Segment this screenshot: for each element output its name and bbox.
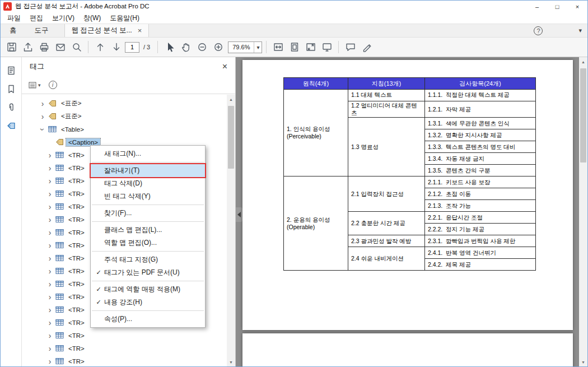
chevron-icon[interactable]: [46, 241, 54, 249]
nav-tags-button[interactable]: [5, 120, 17, 132]
hand-tool-button[interactable]: [178, 39, 193, 55]
context-menu-item[interactable]: 태그 삭제(D): [91, 177, 205, 190]
context-menu-item[interactable]: 태그가 있는 PDF 문서(U): [91, 266, 205, 279]
tag-options-button[interactable]: ▾: [29, 81, 41, 89]
context-menu-item[interactable]: 내용 강조(H): [91, 296, 205, 309]
chevron-icon[interactable]: [46, 151, 54, 159]
email-icon: [55, 41, 66, 53]
tree-item[interactable]: <TR>: [22, 342, 227, 355]
context-menu-item[interactable]: 주석 태그 지정(G): [91, 253, 205, 266]
save-button[interactable]: [4, 39, 19, 55]
scroll-up-icon[interactable]: ▲: [227, 95, 235, 104]
context-menu-item[interactable]: 새 태그(N)...: [91, 147, 205, 160]
context-menu-item[interactable]: 역할 맵 편집(O)...: [91, 236, 205, 249]
reading-mode-button[interactable]: [319, 39, 334, 55]
tree-item[interactable]: <TR>: [22, 355, 227, 366]
chevron-icon[interactable]: [46, 306, 54, 314]
chevron-icon[interactable]: [46, 138, 54, 146]
chevron-icon[interactable]: [46, 177, 54, 185]
scrollbar-thumb[interactable]: [580, 68, 586, 162]
scrollbar-thumb[interactable]: [228, 106, 234, 169]
tab-tools[interactable]: 도구: [26, 24, 58, 37]
menubar-item[interactable]: 보기(V): [48, 13, 79, 23]
menubar-item[interactable]: 파일: [3, 13, 25, 23]
scroll-down-icon[interactable]: ▼: [227, 357, 235, 366]
chevron-icon[interactable]: [39, 100, 46, 108]
chevron-icon[interactable]: [46, 190, 54, 198]
toolbar-overflow-icon[interactable]: ▾: [578, 27, 582, 34]
fit-page-button[interactable]: [287, 39, 302, 55]
fullscreen-button[interactable]: [303, 39, 318, 55]
panel-collapse-handle[interactable]: [236, 207, 242, 222]
scroll-up-icon[interactable]: ▲: [579, 57, 587, 66]
tree-item[interactable]: <TR>: [22, 329, 227, 342]
close-button[interactable]: ×: [567, 1, 587, 12]
context-menu-item[interactable]: [92, 310, 204, 311]
chevron-icon[interactable]: [46, 229, 54, 236]
email-button[interactable]: [53, 39, 68, 55]
tab-home[interactable]: 홈: [1, 24, 26, 37]
chevron-icon[interactable]: [46, 216, 54, 224]
chevron-icon[interactable]: [46, 267, 54, 275]
next-page-button[interactable]: [109, 39, 124, 55]
chevron-icon[interactable]: [46, 332, 54, 340]
page-number-input[interactable]: [125, 42, 139, 53]
print-button[interactable]: [36, 39, 52, 55]
select-tool-button[interactable]: [162, 39, 177, 55]
info-icon[interactable]: i: [49, 81, 57, 89]
chevron-icon[interactable]: [46, 357, 54, 365]
context-menu-item[interactable]: 클래스 맵 편집(L)...: [91, 224, 205, 236]
menubar-item[interactable]: 창(W): [79, 13, 105, 23]
tree-item[interactable]: <표준>: [22, 97, 227, 110]
share-button[interactable]: [20, 39, 35, 55]
chevron-icon[interactable]: [46, 345, 54, 352]
context-menu-item[interactable]: [92, 221, 204, 222]
table-header-cell: 검사항목(24개): [425, 78, 536, 90]
panel-close-icon[interactable]: ×: [222, 62, 227, 72]
chevron-icon[interactable]: [39, 126, 46, 133]
tree-item-label: <TR>: [66, 332, 87, 340]
zoom-level-dropdown[interactable]: 79.6% ▾: [228, 41, 262, 53]
previous-page-button[interactable]: [92, 39, 108, 55]
search-button[interactable]: [69, 39, 84, 55]
context-menu-item[interactable]: 태그에 역할 매핑 적용(M): [91, 283, 205, 296]
context-menu-item[interactable]: 찾기(F)...: [91, 207, 205, 220]
maximize-button[interactable]: □: [547, 1, 567, 12]
table-cell: 1.2 멀티미디어 대체 콘텐츠: [348, 101, 425, 118]
fit-width-button[interactable]: [270, 39, 286, 55]
document-scrollbar[interactable]: ▲ ▼: [579, 57, 587, 366]
chevron-icon[interactable]: [46, 203, 54, 211]
chevron-down-icon[interactable]: ▾: [254, 42, 262, 53]
chevron-icon[interactable]: [46, 254, 54, 262]
tree-item[interactable]: <표준>: [22, 110, 227, 123]
nav-attachments-button[interactable]: [5, 102, 17, 113]
comment-button[interactable]: [343, 39, 358, 55]
context-menu-item[interactable]: [92, 205, 204, 205]
tab-close-icon[interactable]: ×: [138, 26, 142, 35]
zoom-in-button[interactable]: [211, 39, 226, 55]
context-menu-item[interactable]: 잘라내기(T): [91, 164, 205, 177]
chevron-icon[interactable]: [46, 319, 54, 327]
nav-bookmarks-button[interactable]: [5, 83, 17, 95]
tree-item[interactable]: <Table>: [22, 123, 227, 136]
table-icon: [55, 164, 64, 171]
context-menu-item[interactable]: [92, 281, 204, 281]
context-menu-item[interactable]: [92, 251, 204, 252]
help-icon[interactable]: ?: [534, 26, 543, 35]
menubar-item[interactable]: 편집: [25, 13, 48, 23]
scroll-down-icon[interactable]: ▼: [579, 357, 587, 366]
highlight-button[interactable]: [359, 39, 374, 55]
chevron-icon[interactable]: [46, 293, 54, 301]
tab-document[interactable]: 웹 접근성 분석 보... ×: [64, 24, 150, 37]
chevron-icon[interactable]: [39, 113, 46, 120]
menubar-item[interactable]: 도움말(H): [105, 13, 144, 23]
chevron-icon[interactable]: [46, 280, 54, 288]
tags-scrollbar[interactable]: ▲ ▼: [227, 95, 235, 366]
zoom-out-button[interactable]: [194, 39, 209, 55]
context-menu-item[interactable]: 빈 태그 삭제(Y): [91, 190, 205, 203]
context-menu-item[interactable]: 속성(P)...: [91, 313, 205, 326]
minimize-button[interactable]: –: [527, 1, 547, 12]
context-menu-item[interactable]: [92, 162, 204, 162]
chevron-icon[interactable]: [46, 164, 54, 172]
nav-thumbnails-button[interactable]: [5, 65, 17, 76]
